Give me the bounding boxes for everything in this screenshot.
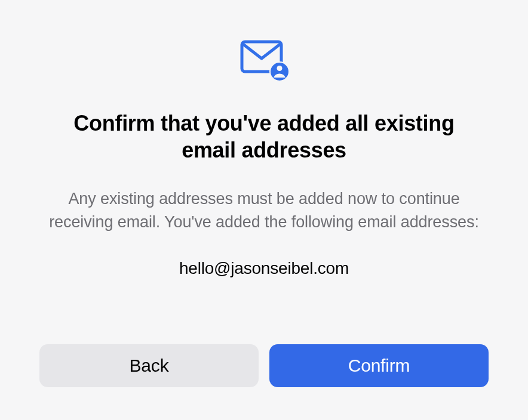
back-button[interactable]: Back [39, 344, 259, 387]
button-row: Back Confirm [39, 344, 489, 387]
email-address: hello@jasonseibel.com [179, 259, 349, 278]
svg-point-2 [277, 66, 283, 71]
svg-point-1 [270, 62, 289, 81]
confirm-button[interactable]: Confirm [269, 344, 489, 387]
mail-person-icon [237, 39, 291, 84]
dialog-title: Confirm that you've added all existing e… [49, 110, 479, 163]
dialog-description: Any existing addresses must be added now… [49, 187, 479, 234]
